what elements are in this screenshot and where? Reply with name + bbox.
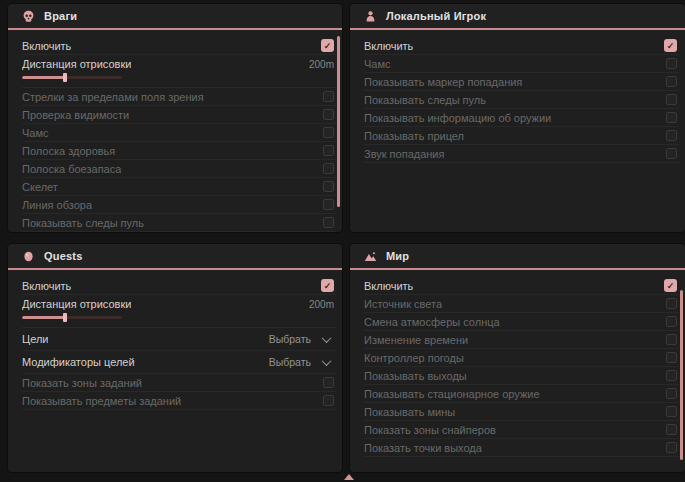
- distance-slider[interactable]: [22, 73, 122, 82]
- scroll-up-indicator-icon: [344, 474, 354, 480]
- checkbox[interactable]: [666, 58, 677, 69]
- checkbox[interactable]: [323, 91, 334, 102]
- checkbox[interactable]: [666, 334, 677, 345]
- setting-row-checkbox[interactable]: Показать зоны заданий: [22, 374, 336, 392]
- setting-row-checkbox[interactable]: Показывать выходы: [364, 367, 679, 385]
- checkbox[interactable]: [323, 163, 334, 174]
- checkbox[interactable]: [666, 298, 677, 309]
- checkbox[interactable]: [323, 127, 334, 138]
- checkbox[interactable]: [666, 94, 677, 105]
- setting-row-checkbox[interactable]: Смена атмосферы солнца: [364, 313, 679, 331]
- setting-row-slider: Дистанция отрисовки200m: [22, 295, 336, 328]
- checkbox[interactable]: [323, 181, 334, 192]
- setting-row-checkbox[interactable]: Показывать мины: [364, 403, 679, 421]
- slider-value: 200m: [309, 299, 334, 310]
- row-label: Включить: [364, 280, 413, 292]
- checkbox[interactable]: [666, 406, 677, 417]
- panel-enemies: ВрагиВключитьДистанция отрисовки200mСтре…: [8, 4, 342, 232]
- skull-icon: [22, 10, 35, 23]
- setting-row-checkbox[interactable]: Показывать следы пуль: [364, 91, 679, 109]
- setting-row-checkbox[interactable]: Показывать предметы заданий: [22, 392, 336, 410]
- setting-row-checkbox[interactable]: Показать зоны снайперов: [364, 421, 679, 439]
- checkbox[interactable]: [323, 145, 334, 156]
- chevron-down-icon: [322, 356, 332, 366]
- panel-world-header[interactable]: Мир: [350, 244, 685, 268]
- checkbox[interactable]: [666, 352, 677, 363]
- setting-row-checkbox[interactable]: Включить: [364, 277, 679, 295]
- slider-track: [22, 316, 122, 319]
- setting-row-checkbox[interactable]: Показывать информацию об оружии: [364, 109, 679, 127]
- slider-thumb[interactable]: [63, 313, 67, 322]
- row-label: Чамс: [22, 127, 49, 139]
- setting-row-checkbox[interactable]: Показывать прицел: [364, 127, 679, 145]
- checkbox[interactable]: [666, 316, 677, 327]
- panel-local-player-header[interactable]: Локальный Игрок: [350, 4, 685, 28]
- checkbox[interactable]: [666, 388, 677, 399]
- setting-row-checkbox[interactable]: Полоска боезапаса: [22, 160, 336, 178]
- row-label: Показывать следы пуль: [364, 94, 486, 106]
- dropdown-select[interactable]: Выбрать: [269, 356, 334, 368]
- setting-row-checkbox[interactable]: Линия обзора: [22, 196, 336, 214]
- setting-row-checkbox[interactable]: Контроллер погоды: [364, 349, 679, 367]
- panel-rows: ВключитьИсточник светаСмена атмосферы со…: [350, 270, 685, 457]
- row-label: Показывать следы пуль: [22, 217, 144, 229]
- checkbox[interactable]: [666, 442, 677, 453]
- setting-row-checkbox[interactable]: Показывать следы пуль: [22, 214, 336, 232]
- checkbox[interactable]: [664, 39, 677, 52]
- row-label: Показывать предметы заданий: [22, 395, 181, 407]
- checkbox[interactable]: [666, 112, 677, 123]
- setting-row-checkbox[interactable]: Источник света: [364, 295, 679, 313]
- row-label: Линия обзора: [22, 199, 92, 211]
- setting-row-checkbox[interactable]: Скелет: [22, 178, 336, 196]
- setting-row-checkbox[interactable]: Полоска здоровья: [22, 142, 336, 160]
- setting-row-checkbox[interactable]: Проверка видимости: [22, 106, 336, 124]
- setting-row-checkbox[interactable]: Включить: [22, 277, 336, 295]
- checkbox[interactable]: [323, 377, 334, 388]
- setting-row-checkbox[interactable]: Изменение времени: [364, 331, 679, 349]
- setting-row-checkbox[interactable]: Звук попадания: [364, 145, 679, 163]
- checkbox[interactable]: [321, 279, 334, 292]
- slider-head: Дистанция отрисовки200m: [22, 58, 334, 70]
- setting-row-checkbox[interactable]: Чамс: [364, 55, 679, 73]
- slider-fill: [22, 76, 65, 79]
- dropdown-select[interactable]: Выбрать: [269, 333, 334, 345]
- dropdown-value: Выбрать: [269, 356, 311, 368]
- setting-row-dropdown: ЦелиВыбрать: [22, 328, 336, 351]
- setting-row-checkbox[interactable]: Включить: [22, 37, 336, 55]
- setting-row-checkbox[interactable]: Показать точки выхода: [364, 439, 679, 457]
- scrollbar[interactable]: [680, 290, 683, 460]
- checkbox[interactable]: [323, 199, 334, 210]
- checkbox[interactable]: [666, 148, 677, 159]
- row-label: Показать зоны снайперов: [364, 424, 496, 436]
- row-label: Звук попадания: [364, 148, 444, 160]
- setting-row-checkbox[interactable]: Показывать стационарное оружие: [364, 385, 679, 403]
- row-label: Скелет: [22, 181, 58, 193]
- checkbox[interactable]: [321, 39, 334, 52]
- setting-row-dropdown: Модификаторы целейВыбрать: [22, 351, 336, 374]
- checkbox[interactable]: [664, 279, 677, 292]
- setting-row-checkbox[interactable]: Стрелки за пределами поля зрения: [22, 88, 336, 106]
- mountain-icon: [364, 250, 377, 263]
- slider-thumb[interactable]: [63, 73, 67, 82]
- checkbox[interactable]: [666, 424, 677, 435]
- panel-quests-header[interactable]: Quests: [8, 244, 342, 268]
- panel-enemies-header[interactable]: Враги: [8, 4, 342, 28]
- checkbox[interactable]: [666, 130, 677, 141]
- row-label: Дистанция отрисовки: [22, 298, 131, 310]
- row-label: Показывать стационарное оружие: [364, 388, 540, 400]
- checkbox[interactable]: [323, 217, 334, 228]
- row-label: Контроллер погоды: [364, 352, 464, 364]
- distance-slider[interactable]: [22, 313, 122, 322]
- checkbox[interactable]: [666, 76, 677, 87]
- dropdown-value: Выбрать: [269, 333, 311, 345]
- panel-title: Мир: [386, 250, 409, 262]
- checkbox[interactable]: [666, 370, 677, 381]
- setting-row-checkbox[interactable]: Чамс: [22, 124, 336, 142]
- row-label: Показывать выходы: [364, 370, 467, 382]
- setting-row-checkbox[interactable]: Показывать маркер попадания: [364, 73, 679, 91]
- scrollbar[interactable]: [337, 36, 340, 207]
- checkbox[interactable]: [323, 109, 334, 120]
- checkbox[interactable]: [323, 395, 334, 406]
- panel-title: Локальный Игрок: [386, 10, 486, 22]
- setting-row-checkbox[interactable]: Включить: [364, 37, 679, 55]
